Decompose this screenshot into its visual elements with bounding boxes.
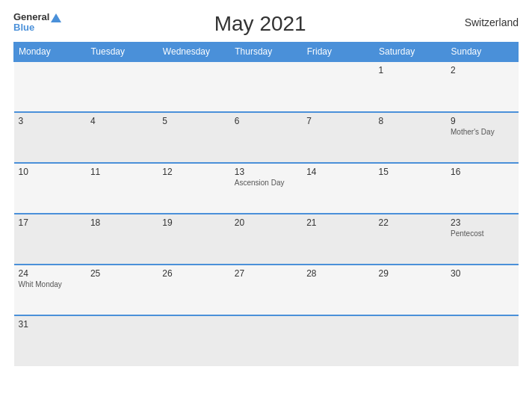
calendar-cell: 1 <box>374 61 446 112</box>
holiday-label: Mother's Day <box>451 128 513 136</box>
page: General Blue May 2021 Switzerland Monday… <box>0 0 532 411</box>
day-number: 10 <box>19 167 81 177</box>
day-number: 4 <box>90 116 153 126</box>
day-number: 29 <box>379 268 442 279</box>
day-number: 13 <box>235 167 297 177</box>
day-number: 26 <box>162 268 225 279</box>
calendar-cell: 13Ascension Day <box>230 163 302 214</box>
calendar-cell: 14 <box>302 163 374 214</box>
calendar-cell: 22 <box>374 214 446 265</box>
day-number: 18 <box>90 217 153 228</box>
calendar-cell: 27 <box>230 265 302 315</box>
calendar-cell: 17 <box>14 214 86 265</box>
calendar-cell: 28 <box>302 265 374 315</box>
calendar-cell: 5 <box>158 112 229 163</box>
calendar-cell: 7 <box>302 112 374 163</box>
day-number: 23 <box>451 217 513 228</box>
day-number: 2 <box>451 65 513 75</box>
day-number: 7 <box>306 116 369 126</box>
header: General Blue May 2021 Switzerland <box>13 12 519 36</box>
calendar-cell <box>446 315 518 366</box>
day-number: 25 <box>90 268 153 279</box>
calendar-week-3: 10111213Ascension Day141516 <box>14 163 519 214</box>
calendar-week-4: 17181920212223Pentecost <box>14 214 519 265</box>
col-friday: Friday <box>302 43 374 62</box>
day-number: 3 <box>19 116 81 126</box>
calendar-cell: 20 <box>230 214 302 265</box>
calendar-cell: 2 <box>446 61 518 112</box>
day-number: 31 <box>19 319 81 330</box>
col-saturday: Saturday <box>374 43 446 62</box>
calendar-cell <box>86 315 158 366</box>
calendar-title: May 2021 <box>61 12 459 36</box>
logo-blue-text: Blue <box>13 22 34 33</box>
day-number: 8 <box>379 116 442 126</box>
day-number: 12 <box>162 167 225 177</box>
day-number: 6 <box>235 116 297 126</box>
logo: General Blue <box>13 12 61 34</box>
calendar-cell: 16 <box>446 163 518 214</box>
day-number: 1 <box>379 65 442 75</box>
col-wednesday: Wednesday <box>158 43 229 62</box>
day-number: 28 <box>306 268 369 279</box>
calendar-cell: 10 <box>14 163 86 214</box>
calendar-header-row: Monday Tuesday Wednesday Thursday Friday… <box>14 43 519 62</box>
day-number: 21 <box>306 217 369 228</box>
calendar-cell: 3 <box>14 112 86 163</box>
col-monday: Monday <box>14 43 86 62</box>
day-number: 20 <box>235 217 297 228</box>
calendar-cell: 23Pentecost <box>446 214 518 265</box>
day-number: 30 <box>451 268 513 279</box>
day-number: 9 <box>451 116 513 126</box>
calendar-cell <box>302 315 374 366</box>
calendar-cell: 4 <box>86 112 158 163</box>
col-sunday: Sunday <box>446 43 518 62</box>
calendar-week-6: 31 <box>14 315 519 366</box>
calendar-cell: 24Whit Monday <box>14 265 86 315</box>
col-tuesday: Tuesday <box>86 43 158 62</box>
day-number: 22 <box>379 217 442 228</box>
calendar-table: Monday Tuesday Wednesday Thursday Friday… <box>13 42 519 366</box>
day-number: 24 <box>19 268 81 279</box>
holiday-label: Ascension Day <box>235 179 297 187</box>
day-number: 11 <box>90 167 153 177</box>
calendar-cell: 19 <box>158 214 229 265</box>
calendar-cell: 12 <box>158 163 229 214</box>
calendar-cell: 11 <box>86 163 158 214</box>
col-thursday: Thursday <box>230 43 302 62</box>
logo-triangle-icon <box>51 13 61 22</box>
calendar-cell: 31 <box>14 315 86 366</box>
logo-general-text: General <box>13 12 61 22</box>
day-number: 15 <box>379 167 442 177</box>
day-number: 14 <box>306 167 369 177</box>
calendar-week-2: 3456789Mother's Day <box>14 112 519 163</box>
country-label: Switzerland <box>459 12 519 28</box>
calendar-cell <box>158 315 229 366</box>
day-number: 27 <box>235 268 297 279</box>
calendar-cell: 25 <box>86 265 158 315</box>
calendar-cell <box>302 61 374 112</box>
calendar-cell: 26 <box>158 265 229 315</box>
day-number: 19 <box>162 217 225 228</box>
day-number: 16 <box>451 167 513 177</box>
calendar-cell <box>374 315 446 366</box>
calendar-cell <box>14 61 86 112</box>
calendar-cell: 9Mother's Day <box>446 112 518 163</box>
calendar-cell <box>230 61 302 112</box>
holiday-label: Pentecost <box>451 229 513 238</box>
calendar-week-5: 24Whit Monday252627282930 <box>14 265 519 315</box>
calendar-week-1: 12 <box>14 61 519 112</box>
day-number: 5 <box>162 116 225 126</box>
calendar-cell: 6 <box>230 112 302 163</box>
calendar-cell: 30 <box>446 265 518 315</box>
calendar-cell <box>158 61 229 112</box>
calendar-cell: 15 <box>374 163 446 214</box>
calendar-cell: 21 <box>302 214 374 265</box>
holiday-label: Whit Monday <box>19 280 81 288</box>
day-number: 17 <box>19 217 81 228</box>
calendar-cell <box>230 315 302 366</box>
calendar-cell: 29 <box>374 265 446 315</box>
calendar-cell: 18 <box>86 214 158 265</box>
calendar-cell <box>86 61 158 112</box>
calendar-cell: 8 <box>374 112 446 163</box>
